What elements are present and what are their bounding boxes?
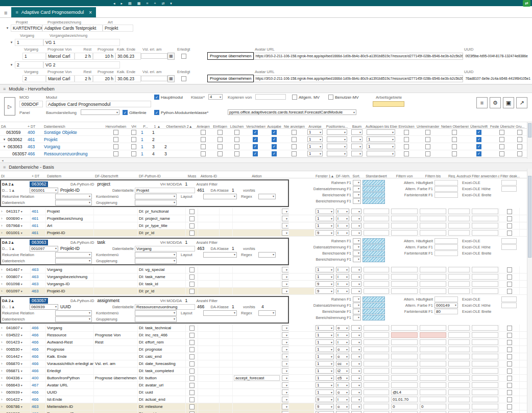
fenster-dropdown[interactable]: 9▾ xyxy=(316,411,334,413)
standardwert-field[interactable] xyxy=(364,361,389,366)
fenster-dropdown[interactable]: 9▾ xyxy=(316,397,334,402)
df-verh-dropdown[interactable]: o▾ xyxy=(336,325,349,331)
checkbox[interactable] xyxy=(517,144,522,149)
dropdown[interactable]: ▾ xyxy=(282,209,289,214)
df-verh-dropdown[interactable]: i▾ xyxy=(336,209,349,214)
sort-dropdown[interactable]: ▾ xyxy=(351,347,361,352)
sort-dropdown[interactable]: ▾ xyxy=(351,354,361,359)
dateitem-row[interactable]: ›056870▾466Voraussichtlich erledigt amVs… xyxy=(0,360,532,368)
checkbox[interactable] xyxy=(517,130,522,135)
chevron-down-icon[interactable]: ▾ xyxy=(21,217,22,220)
dropdown[interactable]: ▾ xyxy=(282,354,289,359)
checkbox[interactable] xyxy=(189,376,195,381)
sync-button[interactable]: ⇄ xyxy=(523,0,530,7)
checkbox[interactable] xyxy=(499,151,504,156)
dropdown[interactable]: ▾ xyxy=(282,216,289,221)
standardwert-field[interactable] xyxy=(364,288,389,294)
filtern-von-field[interactable] xyxy=(391,339,418,345)
standardwert-field[interactable] xyxy=(364,209,389,214)
sort-dropdown[interactable]: ▾ xyxy=(351,368,361,374)
checkbox[interactable]: ✓ xyxy=(253,137,258,142)
dropdown[interactable]: ▾ xyxy=(258,194,276,199)
export-button[interactable]: ↗ xyxy=(516,97,527,108)
checkbox[interactable] xyxy=(292,95,297,100)
dateitem-id-dropdown[interactable]: 060939▾ xyxy=(30,304,58,310)
checkbox[interactable] xyxy=(425,137,430,142)
chevron-down-icon[interactable]: ▾ xyxy=(1,145,8,149)
farbintensitaet-field[interactable]: 80 xyxy=(434,309,458,314)
checkbox[interactable] xyxy=(234,137,239,142)
filtern-bis-field[interactable] xyxy=(420,267,446,272)
fenster-dropdown[interactable]: 9▾ xyxy=(316,281,334,287)
altern-farbe-field[interactable] xyxy=(434,186,458,192)
regex-field[interactable] xyxy=(448,382,470,388)
filter-anwenden-field[interactable] xyxy=(472,325,498,331)
chevron-down-icon[interactable]: ▾ xyxy=(8,63,15,67)
dropdown[interactable]: ▾ xyxy=(135,258,177,264)
modul-value-field[interactable]: Adaptive Card Prognosemodul xyxy=(46,101,151,107)
filtern-von-field[interactable] xyxy=(391,216,418,221)
filtern-von-field[interactable] xyxy=(391,274,418,280)
vsl-erl-am-field[interactable] xyxy=(141,76,167,81)
checkbox[interactable] xyxy=(113,137,118,142)
python-unterklasse-dropdown[interactable]: ppms.office.adaptivecards.cards.forecast… xyxy=(228,109,356,115)
mod-value-field[interactable]: 009DOF xyxy=(19,101,43,107)
checkbox[interactable] xyxy=(113,130,118,135)
daten-scrollbar[interactable] xyxy=(527,169,532,413)
regex-field[interactable] xyxy=(448,230,470,236)
checkbox[interactable] xyxy=(189,354,195,359)
kopieren-von-field[interactable] xyxy=(255,94,286,100)
regex-field[interactable] xyxy=(448,274,470,280)
grid-icon[interactable]: ▦ xyxy=(137,2,141,5)
standardwert-field[interactable] xyxy=(364,347,389,352)
dateitem-row[interactable]: ›001392▾466Ressourcen-IDDI: res_id▾9▾o▾▾ xyxy=(0,410,532,413)
dropdown[interactable]: ▾ xyxy=(135,310,177,316)
checkbox[interactable] xyxy=(507,369,512,374)
filter-anwenden-field[interactable] xyxy=(472,375,498,381)
color-field[interactable] xyxy=(362,192,385,198)
filtern-von-field[interactable] xyxy=(391,281,418,287)
chevron-down-icon[interactable]: ▾ xyxy=(8,40,15,44)
dropdown[interactable]: ▾ xyxy=(55,310,92,316)
vorgang-detail-row[interactable]: 2Marcel Carl2 h20 h30.06.23▦Prognose übe… xyxy=(22,74,532,83)
dropdown[interactable]: ▾ xyxy=(282,339,289,345)
checkbox[interactable] xyxy=(234,130,239,135)
checkbox[interactable] xyxy=(217,151,223,156)
altern-haeufigkeit-field[interactable] xyxy=(434,238,458,244)
expand-icon[interactable]: › xyxy=(1,231,5,235)
chevron-down-icon[interactable]: ▾ xyxy=(21,362,22,365)
da-id-value[interactable]: 063063 xyxy=(30,240,48,245)
checkbox[interactable] xyxy=(452,151,457,156)
standardwert-field[interactable] xyxy=(364,339,389,345)
checkbox[interactable] xyxy=(189,231,195,236)
dropdown[interactable]: ▾ xyxy=(55,316,92,322)
expand-icon[interactable]: › xyxy=(1,289,5,293)
dropdown[interactable]: 1▾ xyxy=(307,144,323,149)
checkbox[interactable] xyxy=(217,144,223,149)
filter-anwenden-field[interactable] xyxy=(472,368,498,374)
filter-anwenden-field[interactable] xyxy=(472,382,498,388)
checkbox[interactable] xyxy=(507,209,512,214)
checkbox[interactable] xyxy=(189,333,195,338)
datentabelle-field[interactable]: Projekt xyxy=(135,188,195,193)
dateitem-row[interactable]: ›006530▾466PrognoseDI: prognose▾1▾o▾▾ xyxy=(0,346,532,353)
gitterlinie-checkbox[interactable]: ✓Gitterlinie xyxy=(123,110,147,115)
checkbox[interactable] xyxy=(201,151,206,156)
checkbox[interactable] xyxy=(517,137,522,142)
checkbox[interactable] xyxy=(189,411,195,413)
regex-field[interactable] xyxy=(448,361,470,366)
color-field[interactable] xyxy=(362,309,385,314)
df-verh-dropdown[interactable]: i▾ xyxy=(336,382,349,388)
expand-icon[interactable]: › xyxy=(1,282,5,286)
chevron-down-icon[interactable]: ▾ xyxy=(21,348,22,351)
sort-dropdown[interactable]: ▾ xyxy=(351,375,361,381)
filter-anwenden-field[interactable] xyxy=(472,332,498,338)
dropdown[interactable]: ▾ xyxy=(282,368,289,374)
sort-dropdown[interactable]: ▾ xyxy=(351,339,361,345)
filtern-bis-field[interactable] xyxy=(420,389,446,395)
regex-field[interactable] xyxy=(448,332,470,338)
dateitem-row[interactable]: ›001423▾466Aufwand-RestRestDI: effort_re… xyxy=(0,339,532,346)
altern-haeufigkeit-field[interactable] xyxy=(434,296,458,302)
expand-icon[interactable]: › xyxy=(1,223,5,228)
standardwert-field[interactable] xyxy=(364,325,389,331)
